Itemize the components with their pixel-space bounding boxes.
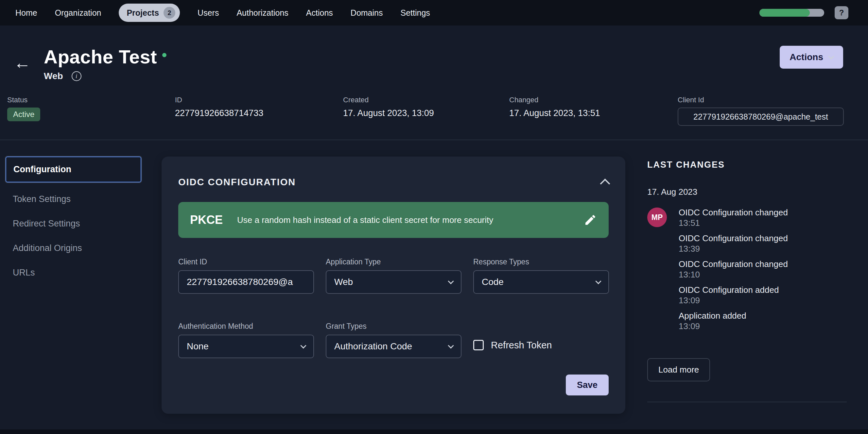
client-id-copy-box[interactable]: 227791926638780269@apache_test bbox=[678, 107, 844, 126]
avatar: MP bbox=[647, 207, 667, 227]
change-event-text: OIDC Configuration changed bbox=[679, 259, 788, 269]
change-event-time: 13:51 bbox=[679, 218, 788, 228]
load-more-button[interactable]: Load more bbox=[647, 358, 710, 381]
sidebar-item-redirect-settings[interactable]: Redirect Settings bbox=[6, 211, 141, 236]
id-value: 227791926638714733 bbox=[175, 108, 343, 118]
change-event-time: 13:09 bbox=[679, 321, 788, 331]
oidc-configuration-card: OIDC CONFIGURATION PKCE Use a random has… bbox=[161, 157, 625, 414]
nav-item-users[interactable]: Users bbox=[197, 8, 219, 18]
change-event-text: OIDC Configuration added bbox=[679, 285, 788, 295]
back-arrow-icon[interactable]: ← bbox=[14, 54, 31, 71]
change-event: Application added 13:09 bbox=[679, 311, 788, 331]
refresh-token-label: Refresh Token bbox=[491, 340, 552, 350]
chevron-down-icon bbox=[595, 278, 601, 284]
card-title: OIDC CONFIGURATION bbox=[178, 177, 296, 188]
application-type-select[interactable]: Web bbox=[326, 270, 462, 294]
meta-row: Status Active ID 227791926638714733 Crea… bbox=[0, 81, 868, 126]
changes-divider bbox=[647, 402, 847, 402]
application-type-value: Web bbox=[334, 277, 353, 287]
last-changes-panel: LAST CHANGES 17. Aug 2023 MP OIDC Config… bbox=[647, 157, 847, 402]
collapse-chevron-icon[interactable] bbox=[600, 178, 610, 189]
sidebar-item-configuration[interactable]: Configuration bbox=[6, 157, 141, 182]
last-changes-title: LAST CHANGES bbox=[647, 160, 847, 170]
edit-pencil-icon[interactable] bbox=[584, 213, 597, 227]
refresh-token-checkbox[interactable] bbox=[473, 340, 484, 350]
client-id-field-label: Client ID bbox=[178, 258, 314, 266]
nav-item-domains[interactable]: Domains bbox=[350, 8, 383, 18]
nav-item-actions[interactable]: Actions bbox=[306, 8, 333, 18]
chevron-down-icon bbox=[300, 342, 306, 348]
settings-sidebar: Configuration Token Settings Redirect Se… bbox=[6, 157, 141, 285]
client-id-input-wrap bbox=[178, 270, 314, 294]
change-event-time: 13:09 bbox=[679, 295, 788, 305]
change-event: OIDC Configuration changed 13:39 bbox=[679, 233, 788, 254]
nav-item-home[interactable]: Home bbox=[16, 8, 37, 18]
page-title: Apache Test bbox=[44, 46, 157, 68]
grant-types-select[interactable]: Authorization Code bbox=[326, 335, 462, 358]
nav-item-projects[interactable]: Projects 2 bbox=[119, 4, 180, 22]
change-event: OIDC Configuration changed 13:10 bbox=[679, 259, 788, 279]
change-event-time: 13:10 bbox=[679, 270, 788, 279]
change-event: OIDC Configuration changed 13:51 bbox=[679, 207, 788, 228]
app-header: ← Apache Test Web i Actions bbox=[0, 26, 868, 81]
info-icon[interactable]: i bbox=[72, 71, 82, 81]
save-button[interactable]: Save bbox=[566, 374, 609, 395]
help-button[interactable]: ? bbox=[835, 6, 848, 19]
sidebar-item-urls[interactable]: URLs bbox=[6, 261, 141, 285]
active-dot-icon bbox=[162, 53, 166, 57]
nav-item-settings[interactable]: Settings bbox=[400, 8, 430, 18]
changed-value: 17. August 2023, 13:51 bbox=[509, 108, 678, 118]
change-event-text: OIDC Configuration changed bbox=[679, 233, 788, 243]
grant-types-label: Grant Types bbox=[326, 322, 462, 331]
created-value: 17. August 2023, 13:09 bbox=[343, 108, 509, 118]
response-types-select[interactable]: Code bbox=[473, 270, 609, 294]
change-event: OIDC Configuration added 13:09 bbox=[679, 285, 788, 305]
main-content: Configuration Token Settings Redirect Se… bbox=[0, 140, 868, 414]
id-label: ID bbox=[175, 96, 343, 104]
changes-date: 17. Aug 2023 bbox=[647, 187, 847, 197]
authentication-method-select[interactable]: None bbox=[178, 335, 314, 358]
application-type-label: Application Type bbox=[326, 258, 462, 266]
pkce-title: PKCE bbox=[190, 213, 223, 227]
created-label: Created bbox=[343, 96, 509, 104]
changed-label: Changed bbox=[509, 96, 678, 104]
response-types-value: Code bbox=[482, 277, 504, 287]
app-type-subtitle: Web bbox=[44, 71, 63, 81]
status-badge: Active bbox=[7, 107, 40, 121]
client-id-input[interactable] bbox=[187, 277, 306, 287]
top-navbar: Home Organization Projects 2 Users Autho… bbox=[0, 0, 868, 26]
change-event-time: 13:39 bbox=[679, 244, 788, 254]
projects-count-badge: 2 bbox=[163, 7, 175, 19]
sidebar-item-additional-origins[interactable]: Additional Origins bbox=[6, 236, 141, 261]
response-types-label: Response Types bbox=[473, 258, 609, 266]
status-label: Status bbox=[7, 96, 175, 104]
actions-button-label: Actions bbox=[789, 52, 823, 62]
grant-types-value: Authorization Code bbox=[334, 341, 412, 352]
pkce-description: Use a random hash instead of a static cl… bbox=[237, 215, 493, 225]
pkce-banner: PKCE Use a random hash instead of a stat… bbox=[178, 202, 609, 238]
actions-button[interactable]: Actions bbox=[780, 46, 843, 69]
change-event-text: Application added bbox=[679, 311, 788, 321]
authentication-method-value: None bbox=[187, 341, 209, 352]
nav-item-organization[interactable]: Organization bbox=[55, 8, 101, 18]
chevron-down-icon bbox=[448, 342, 454, 348]
nav-item-projects-label: Projects bbox=[127, 8, 159, 18]
footer-strip bbox=[0, 429, 868, 434]
chevron-down-icon bbox=[448, 278, 454, 284]
progress-bar bbox=[760, 9, 824, 17]
chevron-down-icon bbox=[828, 53, 834, 59]
change-event-text: OIDC Configuration changed bbox=[679, 207, 788, 217]
client-id-label: Client Id bbox=[678, 96, 844, 104]
progress-bar-fill bbox=[760, 9, 810, 17]
nav-item-authorizations[interactable]: Authorizations bbox=[237, 8, 288, 18]
sidebar-item-token-settings[interactable]: Token Settings bbox=[6, 187, 141, 211]
authentication-method-label: Authentication Method bbox=[178, 322, 314, 331]
